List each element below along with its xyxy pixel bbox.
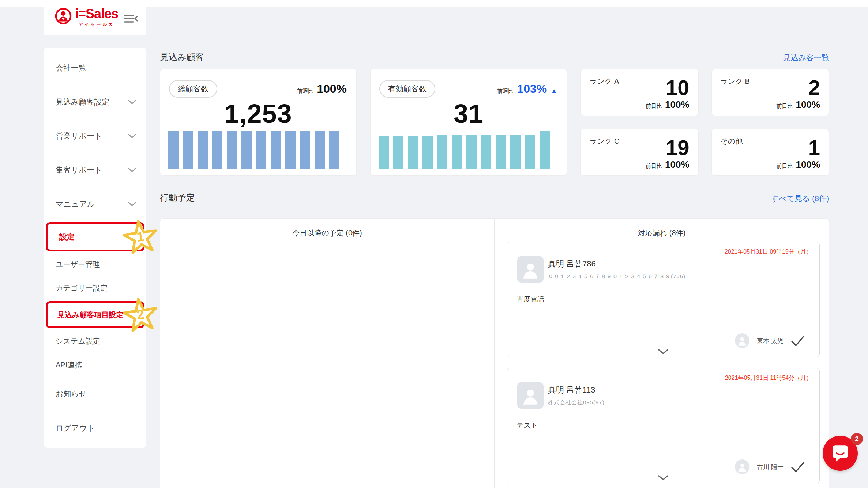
compare-label: 前日比 <box>646 163 662 170</box>
compare-value: 100% <box>665 99 689 110</box>
chevron-down-icon <box>124 235 132 239</box>
sidebar-item-label: ユーザー管理 <box>56 260 100 269</box>
bar <box>241 131 252 169</box>
compare-label: 前日比 <box>777 163 793 170</box>
chevron-down-icon <box>128 134 136 139</box>
sidebar-item-label: 見込み顧客設定 <box>56 97 110 107</box>
svg-text:1: 1 <box>136 229 145 245</box>
compare-label: 前日比 <box>646 103 662 110</box>
customer-avatar <box>517 256 544 283</box>
expand-chevron-icon[interactable] <box>658 349 669 355</box>
bar <box>183 131 193 169</box>
bar <box>285 131 296 169</box>
schedule-title: 行動予定 <box>160 192 195 204</box>
compare-value: 100% <box>796 159 820 170</box>
sidebar-item-label: 見込み顧客項目設定 <box>57 310 123 320</box>
logo-text: i=Sales <box>75 7 118 21</box>
sidebar-item[interactable]: カテゴリー設定 <box>44 276 146 300</box>
expand-chevron-icon[interactable] <box>658 475 669 481</box>
week-compare: 前週比 103% ▲ <box>497 82 557 96</box>
sidebar-item[interactable]: ユーザー管理 <box>44 253 146 276</box>
logo-tagline: アイセールス <box>79 22 114 27</box>
assignee-name: 古川 陽一 <box>757 463 784 471</box>
card-datetime: 2021年05月31日 09時19分（月） <box>725 248 812 256</box>
assignee-row: 古川 陽一 <box>735 459 805 474</box>
total-customers-badge: 総顧客数 <box>169 80 217 98</box>
sidebar-item[interactable]: 営業サポート <box>44 119 146 153</box>
see-all-link[interactable]: すべて見る (8件) <box>771 193 829 204</box>
upcoming-header: 今日以降の予定 (0件) <box>160 228 494 238</box>
customer-avatar <box>517 382 544 409</box>
sidebar-item-label: 設定 <box>59 232 75 242</box>
assignee-name: 東本 太児 <box>757 337 784 345</box>
chevron-down-icon <box>128 202 136 207</box>
bar <box>466 135 477 169</box>
rank-value: 1 <box>808 137 820 158</box>
customer-name: 真明 呂菩786 <box>548 258 596 269</box>
chevron-down-icon <box>128 100 136 105</box>
rank-card: ランク A10前日比100% <box>580 69 699 116</box>
bar <box>422 136 433 169</box>
schedule-header: 行動予定 すべて見る (8件) <box>160 192 829 204</box>
customer-contact: ００１２３４５６７８９０１２３４５６７８９(756) <box>548 273 685 280</box>
bar <box>540 131 550 169</box>
rank-label: ランク B <box>721 76 820 86</box>
rank-value: 2 <box>808 77 820 98</box>
day-compare: 前日比100% <box>777 99 820 110</box>
rank-value: 19 <box>666 137 689 158</box>
bar <box>408 136 418 169</box>
sidebar-item[interactable]: 見込み顧客項目設定2 <box>46 301 144 328</box>
bar <box>379 136 389 169</box>
missed-header: 対応漏れ (8件) <box>495 228 829 238</box>
total-customers-bar-chart <box>168 131 339 169</box>
bar <box>198 131 208 169</box>
rank-card: ランク B2前日比100% <box>711 69 830 116</box>
sidebar-item[interactable]: 設定1 <box>46 222 144 251</box>
prospect-title: 見込み顧客 <box>160 51 204 63</box>
bar <box>212 131 222 169</box>
sidebar-item[interactable]: 集客サポート <box>44 153 146 187</box>
sidebar-item-label: ログアウト <box>56 423 95 433</box>
upcoming-column: 今日以降の予定 (0件) <box>160 219 495 488</box>
day-compare: 前日比100% <box>777 159 820 170</box>
sidebar-item[interactable]: API連携 <box>44 353 146 377</box>
day-compare: 前日比100% <box>646 99 689 110</box>
sidebar-item[interactable]: 会社一覧 <box>44 51 146 85</box>
sidebar-item[interactable]: システム設定 <box>44 329 146 353</box>
sidebar-collapse-icon[interactable] <box>124 14 138 24</box>
missed-card[interactable]: 2021年05月31日 11時54分（月）真明 呂菩113株式会社会社095(9… <box>507 368 820 483</box>
action-note: テスト <box>516 421 538 430</box>
bar <box>525 135 535 169</box>
action-note: 再度電話 <box>516 295 544 304</box>
customer-contact: 株式会社会社095(97) <box>548 399 605 406</box>
sidebar-item-label: 会社一覧 <box>56 63 86 73</box>
complete-check-icon[interactable] <box>791 461 805 473</box>
sidebar-item[interactable]: マニュアル <box>44 187 146 221</box>
bar <box>315 131 325 169</box>
sidebar-item-label: 営業サポート <box>56 131 102 141</box>
compare-label: 前週比 <box>497 88 514 95</box>
compare-label: 前日比 <box>777 103 793 110</box>
rank-value: 10 <box>666 77 689 98</box>
bar <box>496 135 506 169</box>
active-customers-card: 有効顧客数 前週比 103% ▲ 31 <box>370 69 567 176</box>
chevron-down-icon <box>128 168 136 173</box>
missed-card[interactable]: 2021年05月31日 09時19分（月）真明 呂菩786００１２３４５６７８９… <box>507 242 820 357</box>
chat-unread-badge: 2 <box>851 433 863 445</box>
bar <box>227 131 237 169</box>
trend-up-icon: ▲ <box>551 87 557 95</box>
sidebar-item[interactable]: 見込み顧客設定 <box>44 85 146 119</box>
bar <box>452 135 462 169</box>
sidebar-item[interactable]: ログアウト <box>44 411 146 445</box>
bar <box>437 135 447 169</box>
chat-button[interactable]: 2 <box>823 436 858 471</box>
schedule-panel: 今日以降の予定 (0件) 対応漏れ (8件) 2021年05月31日 09時19… <box>160 218 829 488</box>
bar <box>481 135 491 169</box>
prospect-list-link[interactable]: 見込み客一覧 <box>783 53 830 63</box>
assignee-avatar <box>735 333 749 348</box>
sidebar-item[interactable]: お知らせ <box>44 377 146 411</box>
sidebar-item-label: カテゴリー設定 <box>56 283 108 293</box>
complete-check-icon[interactable] <box>791 335 805 347</box>
total-customers-value: 1,253 <box>169 101 347 127</box>
customer-name: 真明 呂菩113 <box>548 385 595 396</box>
